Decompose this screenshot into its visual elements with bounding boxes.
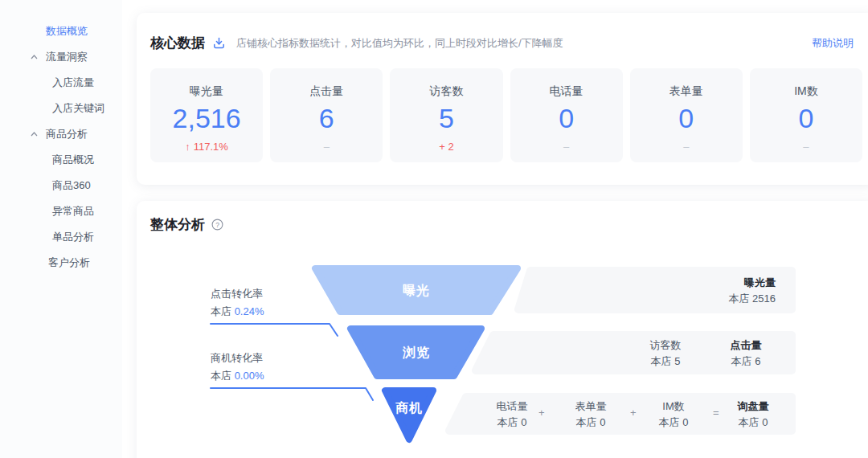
conversion-label: 商机转化率 [211, 350, 264, 367]
metric-delta-value: 117.1% [194, 141, 228, 153]
panel-metric-value: 本店 0 [659, 415, 689, 431]
funnel-stage-label: 曝光 [403, 284, 430, 297]
panel-metric-label: 表单量 [575, 399, 607, 415]
metric-delta: – [803, 141, 809, 153]
panel-metric-label: IM数 [659, 399, 689, 415]
sidebar-item-product-360[interactable]: 商品360 [0, 173, 122, 198]
panel-metric-value: 本店 6 [731, 354, 762, 370]
sidebar-item-product-analysis[interactable]: 商品分析 [0, 121, 122, 147]
panel-im-metric: IM数 本店 0 [659, 399, 689, 431]
store-label: 本店 [211, 370, 231, 382]
panel-metric-label: 电话量 [497, 399, 528, 415]
sidebar-item-data-overview[interactable]: 数据概览 [0, 18, 122, 44]
sidebar: 数据概览 流量洞察 入店流量 入店关键词 商品分析 商品概况 商品360 异常商… [0, 0, 122, 458]
sidebar-menu: 数据概览 流量洞察 入店流量 入店关键词 商品分析 商品概况 商品360 异常商… [0, 0, 122, 276]
panel-metric-label: 曝光量 [635, 275, 776, 291]
conversion-opportunity-rate: 商机转化率 本店 0.00% [211, 350, 264, 385]
metric-value: 5 [439, 102, 454, 134]
chevron-up-icon[interactable] [31, 55, 38, 59]
panel-metric-value: 本店 0 [497, 415, 528, 431]
sidebar-item-customer-analysis[interactable]: 客户分析 [0, 250, 122, 276]
conversion-leader-line-1 [211, 324, 338, 336]
funnel-stage-label: 商机 [395, 400, 423, 415]
metric-delta: – [683, 141, 689, 153]
panel-clicks-metric: 点击量 本店 6 [731, 337, 762, 370]
conversion-rate-value: 0.00% [235, 370, 264, 382]
up-arrow-icon: ↑ [185, 141, 190, 153]
panel-metric-value: 本店 2516 [635, 291, 776, 307]
plus-operator: + [538, 407, 545, 419]
metric-label: 访客数 [429, 84, 463, 99]
metric-delta: – [563, 141, 569, 153]
panel-forms-metric: 表单量 本店 0 [575, 399, 607, 431]
panel-metric-label: 访客数 [650, 337, 682, 354]
metric-value: 6 [319, 102, 334, 134]
metric-card-calls: 电话量 0 – [510, 68, 623, 162]
metric-card-exposure: 曝光量 2,516 ↑117.1% [150, 68, 263, 162]
metric-label: 电话量 [550, 84, 583, 99]
sidebar-item-traffic-insight[interactable]: 流量洞察 [0, 44, 122, 70]
panel-calls-metric: 电话量 本店 0 [497, 399, 528, 431]
metric-delta: + 2 [439, 141, 453, 153]
conversion-value-row: 本店 0.00% [211, 367, 264, 385]
metric-delta: – [324, 141, 330, 153]
panel-metric-value: 本店 0 [575, 415, 607, 431]
sidebar-item-single-product[interactable]: 单品分析 [0, 224, 122, 250]
metric-card-im: IM数 0 – [750, 68, 862, 162]
conversion-label: 点击转化率 [211, 285, 264, 303]
conversion-value-row: 本店 0.24% [211, 303, 264, 321]
metric-value: 2,516 [173, 102, 241, 134]
conversion-leader-line-2 [211, 388, 373, 400]
conversion-click-rate: 点击转化率 本店 0.24% [211, 285, 264, 321]
sidebar-item-abnormal-products[interactable]: 异常商品 [0, 198, 122, 224]
core-data-card: 核心数据 店铺核心指标数据统计，对比值均为环比，同上时段对比增长/下降幅度 帮助… [137, 13, 868, 185]
panel-exposure-metric: 曝光量 本店 2516 [635, 275, 776, 307]
help-link[interactable]: 帮助说明 [812, 36, 854, 51]
funnel-chart: 曝光 浏览 商机 点击转化率 本店 0.24% 商机转化率 本店 0.00% [137, 201, 868, 458]
core-data-title: 核心数据 [150, 34, 205, 52]
funnel-stage-label: 浏览 [402, 346, 430, 359]
store-label: 本店 [211, 305, 231, 317]
metric-label: 点击量 [309, 84, 343, 99]
metric-value: 0 [678, 102, 694, 134]
chevron-up-icon[interactable] [31, 132, 38, 137]
download-icon[interactable] [213, 37, 225, 49]
metric-value: 0 [559, 102, 574, 134]
overall-analysis-card: 整体分析 ? 曝光 [137, 201, 868, 458]
metric-label: 表单量 [669, 84, 703, 99]
panel-metric-label: 点击量 [731, 337, 762, 354]
panel-inquiry-metric: 询盘量 本店 0 [738, 399, 769, 431]
panel-metric-value: 本店 0 [738, 415, 769, 431]
sidebar-item-store-keywords[interactable]: 入店关键词 [0, 96, 122, 121]
equals-operator: = [713, 407, 719, 419]
panel-visitors-metric: 访客数 本店 5 [650, 337, 682, 370]
core-data-description: 店铺核心指标数据统计，对比值均为环比，同上时段对比增长/下降幅度 [236, 36, 563, 51]
metric-card-visitors: 访客数 5 + 2 [390, 68, 502, 162]
metric-label: 曝光量 [190, 84, 223, 99]
panel-metric-label: 询盘量 [738, 399, 769, 415]
sidebar-item-label: 商品分析 [46, 128, 88, 140]
dashboard-page: 数据概览 流量洞察 入店流量 入店关键词 商品分析 商品概况 商品360 异常商… [0, 0, 868, 458]
plus-operator: + [630, 407, 637, 419]
funnel-stage-opportunity [385, 391, 433, 440]
sidebar-item-label: 流量洞察 [46, 51, 88, 63]
metric-card-forms: 表单量 0 – [630, 68, 743, 162]
sidebar-item-product-overview[interactable]: 商品概况 [0, 147, 122, 173]
panel-metric-value: 本店 5 [650, 354, 682, 370]
metric-card-clicks: 点击量 6 – [270, 68, 383, 162]
metric-value: 0 [798, 102, 813, 134]
metric-label: IM数 [794, 84, 818, 99]
sidebar-item-store-traffic[interactable]: 入店流量 [0, 70, 122, 96]
metrics-row: 曝光量 2,516 ↑117.1% 点击量 6 – 访客数 5 + 2 电话量 … [150, 68, 862, 162]
core-data-header: 核心数据 店铺核心指标数据统计，对比值均为环比，同上时段对比增长/下降幅度 帮助… [137, 13, 868, 52]
metric-delta: ↑117.1% [185, 141, 228, 153]
conversion-rate-value: 0.24% [235, 305, 264, 317]
